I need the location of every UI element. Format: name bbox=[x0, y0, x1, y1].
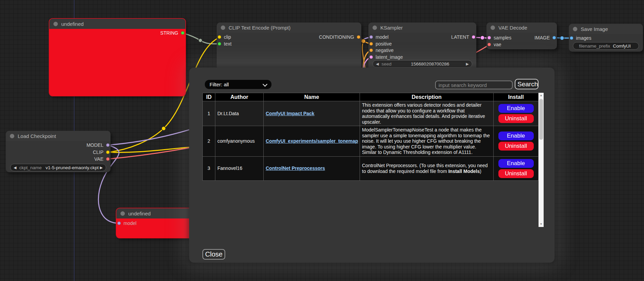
uninstall-button[interactable]: Uninstall bbox=[498, 169, 534, 178]
extensions-table-container: ID Author Name Description Install 1 Dr.… bbox=[202, 93, 544, 227]
ckpt-next-arrow[interactable]: ▶ bbox=[100, 165, 103, 170]
node-title-bar[interactable]: undefined bbox=[116, 208, 198, 218]
cell-description: ModelSamplerTonemapNoiseTest a node that… bbox=[360, 126, 494, 157]
table-scrollbar[interactable]: ▲ ▼ bbox=[539, 93, 544, 227]
input-dot-latent-image[interactable] bbox=[369, 55, 373, 59]
output-label-vae: VAE bbox=[94, 156, 103, 162]
description-text: ) bbox=[480, 169, 481, 174]
ckpt-prev-arrow[interactable]: ◀ bbox=[14, 165, 16, 170]
uninstall-button[interactable]: Uninstall bbox=[498, 114, 534, 123]
output-label-string: STRING bbox=[160, 30, 178, 36]
input-dot-positive[interactable] bbox=[369, 42, 373, 46]
cell-description: ControlNet Preprocessors. (To use this e… bbox=[360, 156, 494, 180]
node-title-bar[interactable]: Load Checkpoint bbox=[6, 131, 111, 141]
header-author: Author bbox=[215, 93, 264, 101]
node-collapse-dot[interactable] bbox=[491, 25, 495, 30]
node-collapse-dot[interactable] bbox=[120, 211, 125, 216]
extension-link[interactable]: ComfyUI Impact Pack bbox=[266, 111, 314, 116]
extension-link[interactable]: ControlNet Preprocessors bbox=[266, 165, 325, 171]
input-dot-model[interactable] bbox=[117, 222, 121, 225]
reroute-dot-image[interactable] bbox=[560, 36, 564, 40]
output-dot-image[interactable] bbox=[552, 36, 556, 39]
node-collapse-dot[interactable] bbox=[573, 27, 577, 31]
search-button[interactable]: Search bbox=[515, 79, 539, 89]
cell-description: This extension offers various detector n… bbox=[360, 101, 494, 126]
node-collapse-dot[interactable] bbox=[221, 25, 225, 30]
node-load-checkpoint[interactable]: Load Checkpoint MODEL CLIP VAE ◀ ckpt_na… bbox=[6, 131, 111, 172]
node-undefined-bottom[interactable]: undefined model bbox=[116, 208, 198, 238]
cell-id: 3 bbox=[203, 156, 215, 180]
cell-author: Fannovel16 bbox=[215, 156, 264, 180]
output-dot-conditioning[interactable] bbox=[357, 35, 360, 39]
scrollbar-up-arrow-icon[interactable]: ▲ bbox=[539, 93, 544, 98]
node-body-error: model bbox=[116, 218, 198, 238]
node-collapse-dot[interactable] bbox=[10, 134, 14, 138]
cell-install: Enable Uninstall bbox=[494, 126, 539, 157]
input-dot-images[interactable] bbox=[570, 36, 573, 40]
input-label-positive: positive bbox=[376, 41, 392, 47]
input-dot-negative[interactable] bbox=[369, 49, 373, 52]
seed-widget[interactable]: ◀ seed 156680208700286 ▶ bbox=[373, 60, 472, 68]
node-clip-text-encode[interactable]: CLIP Text Encode (Prompt) clip text COND… bbox=[217, 22, 361, 70]
output-label-image: IMAGE bbox=[534, 35, 550, 40]
node-title: undefined bbox=[61, 21, 84, 27]
node-collapse-dot[interactable] bbox=[373, 25, 377, 30]
output-dot-clip[interactable] bbox=[106, 151, 110, 154]
input-label-latent-image: latent_image bbox=[376, 54, 403, 60]
reroute-dot-conditioning[interactable] bbox=[361, 39, 366, 43]
output-label-model: MODEL bbox=[86, 142, 103, 148]
extensions-table: ID Author Name Description Install 1 Dr.… bbox=[202, 93, 539, 181]
custom-nodes-manager-dialog: Filter: all Search ID Author Name Descri… bbox=[189, 68, 555, 263]
filename-prefix-label: filename_prefix bbox=[579, 43, 610, 49]
description-bold-text: Install Models bbox=[448, 169, 480, 174]
output-dot-model[interactable] bbox=[106, 143, 110, 147]
enable-button[interactable]: Enable bbox=[498, 104, 534, 113]
cell-author: comfyanonymous bbox=[215, 126, 264, 157]
ckpt-name-label: ckpt_name bbox=[19, 165, 42, 170]
filename-prefix-value: ComfyUI bbox=[613, 43, 636, 49]
input-label-images: images bbox=[576, 35, 591, 41]
node-collapse-dot[interactable] bbox=[53, 22, 58, 26]
output-dot-latent[interactable] bbox=[472, 35, 475, 39]
seed-value: 156680208700286 bbox=[394, 62, 466, 67]
extension-link[interactable]: ComfyUI_experiments/sampler_tonemap bbox=[266, 138, 358, 144]
enable-button[interactable]: Enable bbox=[498, 159, 534, 168]
uninstall-button[interactable]: Uninstall bbox=[498, 142, 534, 151]
node-save-image[interactable]: Save Image images filename_prefix ComfyU… bbox=[569, 24, 643, 52]
seed-increment-arrow[interactable]: ▶ bbox=[466, 62, 469, 66]
filter-dropdown-wrap: Filter: all bbox=[205, 80, 271, 89]
comfyui-canvas: undefined STRING CLIP Text Encode (Promp… bbox=[0, 0, 644, 281]
input-dot-text[interactable] bbox=[218, 42, 221, 46]
node-title-bar[interactable]: KSampler bbox=[368, 22, 476, 33]
node-title-bar[interactable]: Save Image bbox=[569, 24, 643, 34]
node-undefined-top[interactable]: undefined STRING bbox=[49, 19, 185, 96]
search-input[interactable] bbox=[435, 81, 513, 89]
enable-button[interactable]: Enable bbox=[498, 131, 534, 140]
ckpt-name-value: v1-5-pruned-emaonly.ckpt bbox=[45, 165, 100, 170]
link-string-to-text bbox=[183, 33, 219, 44]
node-body-error: STRING bbox=[49, 29, 185, 96]
filter-select[interactable]: Filter: all bbox=[205, 80, 271, 89]
reroute-dot-string[interactable] bbox=[199, 39, 202, 42]
seed-decrement-arrow[interactable]: ◀ bbox=[376, 62, 379, 66]
close-button[interactable]: Close bbox=[202, 249, 225, 260]
node-title-bar[interactable]: VAE Decode bbox=[486, 22, 557, 33]
node-title-bar[interactable]: undefined bbox=[49, 19, 185, 29]
input-dot-vae[interactable] bbox=[488, 43, 491, 46]
node-title-bar[interactable]: CLIP Text Encode (Prompt) bbox=[217, 22, 361, 33]
input-label-vae: vae bbox=[494, 42, 501, 47]
filename-prefix-widget[interactable]: filename_prefix ComfyUI bbox=[573, 42, 639, 50]
header-id: ID bbox=[203, 93, 215, 101]
node-vae-decode[interactable]: VAE Decode samples vae IMAGE bbox=[486, 22, 557, 49]
table-header-row: ID Author Name Description Install bbox=[203, 93, 539, 101]
reroute-dot-latent[interactable] bbox=[480, 36, 484, 40]
node-ksampler[interactable]: KSampler model positive negative latent_… bbox=[368, 22, 476, 72]
cell-name: ControlNet Preprocessors bbox=[264, 156, 360, 180]
scrollbar-thumb[interactable] bbox=[539, 99, 543, 140]
reroute-dot-clip[interactable] bbox=[162, 126, 166, 130]
output-dot-vae[interactable] bbox=[106, 157, 110, 161]
ckpt-name-widget[interactable]: ◀ ckpt_name v1-5-pruned-emaonly.ckpt ▶ bbox=[10, 164, 106, 171]
table-row: 1 Dr.Lt.Data ComfyUI Impact Pack This ex… bbox=[203, 101, 539, 126]
scrollbar-down-arrow-icon[interactable]: ▼ bbox=[539, 222, 544, 227]
output-dot-string[interactable] bbox=[181, 31, 184, 35]
